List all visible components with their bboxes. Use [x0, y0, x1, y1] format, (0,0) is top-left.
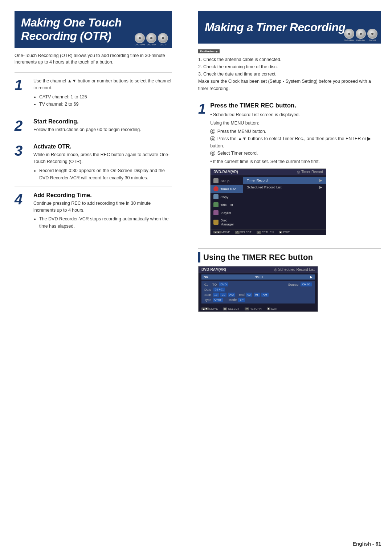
footer-exit: ■EXIT — [279, 231, 290, 234]
dvd-menu-setup[interactable]: Setup — [211, 177, 243, 185]
sched-line-2: Date 01 / 01 — [204, 288, 312, 292]
sched-date-label: Date — [204, 288, 211, 292]
step-1-bullet-1: CATV channel: 1 to 125 — [39, 93, 172, 101]
using-menu-label: Using the MENU button: — [210, 120, 381, 127]
copy-icon — [213, 194, 219, 199]
step-3-body: While in Record mode, press the REC butt… — [33, 151, 172, 165]
step-4-content: Add Recording Time. Continue pressing RE… — [33, 192, 172, 230]
footer-return: ↩RETURN — [257, 231, 274, 234]
sched-no-label: No — [204, 275, 208, 279]
right-section-header: Making a Timer Recording DVD-RAM DVD-RW … — [198, 11, 381, 44]
sched-arrow: ▶ — [310, 275, 313, 279]
dvd-menu-left: Setup Timer Rec. Copy — [211, 175, 243, 229]
disc-icons-right: DVD-RAM DVD-RW DVD-R — [344, 29, 377, 41]
dvd-menu-timer-rec[interactable]: Timer Rec. — [211, 185, 243, 193]
substep-2: ② Press the ▲▼ buttons to select Timer R… — [210, 135, 381, 150]
prelim-item-4: Make sure the Clock has been set (Setup … — [198, 78, 381, 92]
step-3-number: 3 — [15, 143, 28, 182]
sched-footer: ▲▼MOVE ⊙SELECT ↩RETURN ■EXIT — [199, 306, 318, 311]
step-1-content: Use the channel ▲▼ button or number butt… — [33, 78, 172, 108]
step-3-bullet-1: Record length 0:30 appears on the On-Scr… — [39, 167, 172, 182]
substep-3-circle: ③ — [210, 151, 215, 156]
disc-icons-left: DVD-RAM DVD-RW DVD-R — [135, 33, 168, 46]
step-4-title: Add Recording Time. — [33, 192, 172, 199]
sched-type-val: Once — [213, 298, 223, 302]
sched-line-3: Start 12 01 AM End 02 01 AM — [204, 293, 312, 297]
sched-footer-return: ↩RETURN — [245, 307, 262, 310]
prelim-item-2: 2. Check the remaining time of the disc. — [198, 63, 381, 70]
step-1-number: 1 — [15, 78, 28, 108]
dvd-ram-icon: DVD-RAM — [135, 33, 145, 46]
sched-end-ampm: AM — [261, 293, 269, 297]
prelim-item-3: 3. Check the date and time are correct. — [198, 70, 381, 78]
sched-footer-select: ⊙SELECT — [223, 307, 239, 310]
sched-header-right: ◎ Scheduled Record List — [274, 268, 315, 272]
step-1-block: 1 Use the channel ▲▼ button or number bu… — [15, 72, 172, 113]
step-1-bullet-2: TV channel: 2 to 69 — [39, 101, 172, 108]
sched-end-label: End — [239, 293, 245, 297]
sched-header: DVD-RAM(VR) ◎ Scheduled Record List — [199, 266, 318, 273]
sched-source-val: CH 06 — [301, 282, 312, 286]
dvd-screen-1: DVD-RAM(VR) ◎ Timer Record Setup — [210, 168, 326, 235]
sched-date-val: 01 / 01 — [213, 288, 225, 292]
prelim-item-1: 1. Check the antenna cable is connected. — [198, 56, 381, 63]
step-4-block: 4 Add Recording Time. Continue pressing … — [15, 187, 172, 235]
dvd-rw-icon-r: DVD-RW — [356, 29, 366, 41]
gear-icon — [213, 178, 219, 183]
substep-2-circle: ② — [210, 136, 215, 141]
step-3-title: Activate OTR. — [33, 143, 172, 150]
right-step-1-number: 1 — [198, 102, 206, 239]
dvd-submenu-timer-record[interactable]: Timer Record ▶ — [243, 177, 326, 184]
right-step-1: 1 Press the TIMER REC button. • Schedule… — [198, 96, 381, 243]
right-column: Making a Timer Recording DVD-RAM DVD-RW … — [185, 0, 392, 554]
dvd-menu-playlist[interactable]: Playlist — [211, 209, 243, 217]
step1-note: • If the current time is not set. Set th… — [210, 158, 381, 165]
sched-to-val: DVD — [219, 282, 228, 286]
step-2-block: 2 Start Recording. Follow the instructio… — [15, 113, 172, 138]
right-title: Making a Timer Recording — [205, 21, 346, 34]
step-4-bullet-1: The DVD Recorder-VCR stops recording aut… — [39, 215, 172, 230]
dvd-rw-icon: DVD-RW — [146, 33, 156, 46]
sched-footer-exit: ■EXIT — [267, 307, 278, 310]
sched-start-m: 01 — [220, 293, 226, 297]
right-step-1-title: Press the TIMER REC button. — [210, 102, 381, 109]
substep-3: ③ Select Timer record. — [210, 150, 381, 157]
substep-1-circle: ① — [210, 129, 215, 134]
right-step-1-body: Press the TIMER REC button. • Scheduled … — [210, 102, 381, 239]
left-title: Making One Touch Recording (OTR) — [21, 16, 122, 43]
dvd-menu-title-list[interactable]: Title List — [211, 201, 243, 209]
substeps: ① Press the MENU button. ② Press the ▲▼ … — [210, 128, 381, 157]
sched-end-m: 01 — [254, 293, 260, 297]
sched-row-no: 01 — [204, 283, 210, 286]
footer-move: ▲▼MOVE — [213, 231, 230, 234]
dvd-screen-1-header: DVD-RAM(VR) ◎ Timer Record — [211, 169, 326, 175]
preliminary-section: Preliminary 1. Check the antenna cable i… — [198, 48, 381, 92]
step-2-number: 2 — [15, 118, 28, 133]
sched-line-1: 01 TO DVD Source CH 06 — [204, 282, 312, 286]
step-1-body: Use the channel ▲▼ button or number butt… — [33, 78, 172, 91]
sched-row-header: No No.01 ▶ — [201, 274, 315, 280]
step-2-title: Start Recording. — [33, 118, 172, 125]
step-4-number: 4 — [15, 192, 28, 230]
substep-1: ① Press the MENU button. — [210, 128, 381, 135]
right-step-1-inner: 1 Press the TIMER REC button. • Schedule… — [198, 102, 381, 239]
step-2-body: Follow the instructions on page 60 to be… — [33, 126, 172, 133]
playlist-icon — [213, 210, 219, 215]
dvd-menu-disc-manager[interactable]: Disc Manager — [211, 217, 243, 228]
dvd-screen-1-title-left: DVD-RAM(VR) — [213, 170, 238, 174]
timer-rec-title: Using the TIMER REC button — [198, 252, 381, 262]
sched-start-ampm: AM — [228, 293, 235, 297]
dvd-r-icon: DVD-R — [158, 33, 168, 46]
dvd-submenu-scheduled-list[interactable]: Scheduled Record List ▶ — [243, 184, 326, 191]
sched-header-left: DVD-RAM(VR) — [201, 268, 226, 272]
sched-to-label: TO — [212, 283, 217, 286]
right-step-1-bullet1: • — [210, 112, 213, 117]
sched-line-4: Type Once Mode SP — [204, 298, 312, 302]
left-column: Making One Touch Recording (OTR) DVD-RAM… — [0, 0, 185, 554]
sched-end-h: 02 — [246, 293, 252, 297]
step-3-content: Activate OTR. While in Record mode, pres… — [33, 143, 172, 182]
right-step-1-bullet1-text: Scheduled Record List screen is displaye… — [213, 112, 300, 117]
page-footer: English - 61 — [352, 541, 381, 547]
dvd-menu-copy[interactable]: Copy — [211, 193, 243, 201]
sched-footer-move: ▲▼MOVE — [201, 307, 218, 310]
